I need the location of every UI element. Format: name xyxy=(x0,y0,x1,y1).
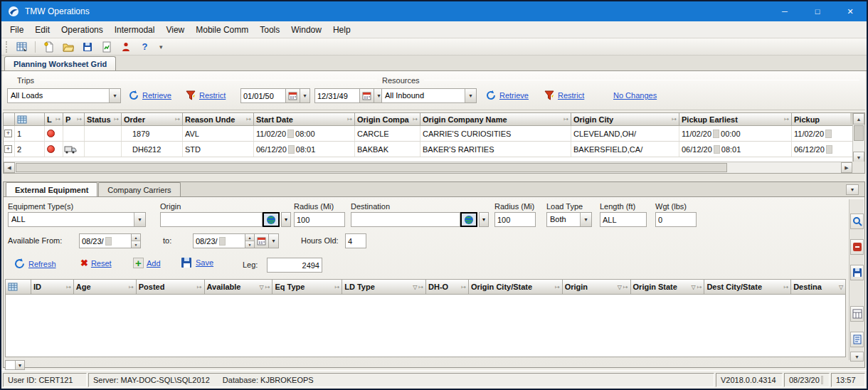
column-header-eq-type[interactable]: Eq Type↦ xyxy=(272,280,342,294)
dock-search-button[interactable] xyxy=(850,214,864,229)
column-header-origin-city-state[interactable]: Origin City/State↦ xyxy=(469,280,563,294)
chevron-down-icon[interactable]: ▾ xyxy=(109,89,120,102)
radius-origin-input[interactable] xyxy=(294,212,345,227)
spin-down-icon[interactable]: ▼ xyxy=(245,241,254,248)
column-header-available[interactable]: Available▽↦ xyxy=(205,280,273,294)
pin-icon[interactable]: ↦ xyxy=(197,284,202,290)
cell-origin-company[interactable]: CARCLE xyxy=(355,126,420,141)
cell-reason[interactable]: STD xyxy=(183,142,254,157)
pin-icon[interactable]: ↦ xyxy=(265,284,270,290)
menu-window[interactable]: Window xyxy=(285,22,327,38)
date-spinner[interactable]: ▲▼ xyxy=(245,233,255,248)
pin-icon[interactable]: ↦ xyxy=(784,116,789,122)
destination-dropdown-button[interactable]: ▾ xyxy=(479,212,489,227)
chevron-down-icon[interactable]: ▾ xyxy=(15,361,24,369)
maximize-button[interactable]: □ xyxy=(801,1,834,21)
column-header-posted[interactable]: Posted↦ xyxy=(137,280,205,294)
column-header-reason[interactable]: Reason Unde↦ xyxy=(183,113,254,125)
column-header-l[interactable]: L↦ xyxy=(45,113,63,125)
menu-edit[interactable]: Edit xyxy=(29,22,55,38)
pin-icon[interactable]: ↦ xyxy=(55,116,60,122)
pin-icon[interactable]: ↦ xyxy=(623,284,628,290)
open-button[interactable] xyxy=(60,39,75,54)
trip-grid-vscrollbar[interactable]: ▲ ▼ xyxy=(852,113,864,163)
filter-funnel-icon[interactable]: ▽ xyxy=(839,284,843,290)
column-header-dest-city-state[interactable]: Dest City/State↦ xyxy=(704,280,791,294)
cell-start-date[interactable]: 11/02/2008:00 xyxy=(254,126,355,141)
equipment-type-combo[interactable]: ALL ▾ xyxy=(8,212,146,227)
available-to-field[interactable]: 08/23/ ▲▼ ▾ xyxy=(193,233,279,248)
tab-external-equipment[interactable]: External Equipment xyxy=(6,182,97,196)
filter-funnel-icon[interactable]: ▽ xyxy=(618,284,622,290)
column-header-destination[interactable]: Destina▽ xyxy=(791,280,845,294)
column-header-status[interactable]: Status↦ xyxy=(85,113,122,125)
load-type-combo[interactable]: Both ▾ xyxy=(546,212,592,227)
cell-p[interactable] xyxy=(63,126,85,141)
column-header-origin-state[interactable]: Origin State▽↦ xyxy=(631,280,705,294)
destination-input[interactable] xyxy=(351,212,460,227)
column-header-origin-company[interactable]: Origin Compa↦ xyxy=(355,113,420,125)
cell-pickup-earliest[interactable]: 11/02/2000:00 xyxy=(679,126,792,141)
pin-icon[interactable]: ↦ xyxy=(418,284,423,290)
column-header-pickup[interactable]: Pickup xyxy=(792,113,850,125)
add-button[interactable]: + Add xyxy=(133,258,161,268)
minimize-button[interactable]: ─ xyxy=(768,1,801,21)
origin-input[interactable] xyxy=(160,212,263,227)
dock-document-button[interactable] xyxy=(850,332,864,347)
cell-row-number[interactable]: 2 xyxy=(15,142,45,157)
cell-origin-city[interactable]: CLEVELAND,OH/ xyxy=(571,126,679,141)
cell-origin-company[interactable]: BAKBAK xyxy=(355,142,420,157)
trip-grid-hscrollbar[interactable]: ◀ ▶ xyxy=(4,162,852,173)
expand-icon[interactable]: + xyxy=(4,130,12,137)
expand-icon[interactable]: + xyxy=(4,145,12,153)
column-header-p[interactable]: P↦ xyxy=(63,113,85,125)
scroll-left-button[interactable]: ◀ xyxy=(4,162,15,173)
hscroll-thumb[interactable] xyxy=(16,163,727,172)
menu-operations[interactable]: Operations xyxy=(55,22,109,38)
menu-intermodal[interactable]: Intermodal xyxy=(109,22,161,38)
cell-order[interactable]: DH6212 xyxy=(122,142,183,157)
calendar-button[interactable] xyxy=(255,233,269,248)
pin-icon[interactable]: ↦ xyxy=(783,284,788,290)
equipment-grid-body[interactable] xyxy=(5,295,846,357)
cell-late-status[interactable] xyxy=(45,142,63,157)
cell-pickup-earliest[interactable]: 06/12/2008:01 xyxy=(679,142,792,157)
calendar-button[interactable] xyxy=(360,88,374,103)
pin-icon[interactable]: ↦ xyxy=(77,116,82,122)
spin-up-icon[interactable]: ▲ xyxy=(245,234,254,241)
chevron-down-icon[interactable]: ▾ xyxy=(269,233,279,248)
driver-button[interactable] xyxy=(118,39,133,54)
tab-planning-worksheet-grid[interactable]: Planning Worksheet Grid xyxy=(4,56,116,70)
calendar-button[interactable] xyxy=(286,88,300,103)
panel-splitter[interactable] xyxy=(1,174,867,181)
save-button[interactable]: Save xyxy=(180,256,213,269)
column-header-pickup-earliest[interactable]: Pickup Earliest↦ xyxy=(679,113,792,125)
menu-mobile-comm[interactable]: Mobile Comm xyxy=(190,22,254,38)
pin-icon[interactable]: ↦ xyxy=(555,284,560,290)
trips-filter-combo[interactable]: All Loads ▾ xyxy=(7,88,121,103)
leg-input[interactable] xyxy=(267,258,322,273)
cell-pickup[interactable]: 11/02/20 xyxy=(792,126,850,141)
report-button[interactable] xyxy=(99,39,114,54)
pin-icon[interactable]: ↦ xyxy=(175,116,180,122)
column-header-dh-o[interactable]: DH-O↦ xyxy=(426,280,469,294)
tab-company-carriers[interactable]: Company Carriers xyxy=(98,182,180,196)
trips-date-from-value[interactable]: 01/01/50 xyxy=(240,88,286,103)
destination-globe-button[interactable] xyxy=(460,212,477,227)
column-header-order[interactable]: Order↦ xyxy=(122,113,183,125)
panel-menu-button[interactable]: ▾ xyxy=(846,184,859,195)
reset-button[interactable]: ✖ Reset xyxy=(80,258,112,268)
cell-status[interactable] xyxy=(85,126,122,141)
pin-icon[interactable]: ↦ xyxy=(697,284,702,290)
cell-origin-company-name[interactable]: BAKER'S RARITIES xyxy=(420,142,571,157)
spin-up-icon[interactable]: ▲ xyxy=(132,234,140,241)
trip-row-1[interactable]: + 1 1879 AVL 11/02/2008:00 CARCLE CARRIE… xyxy=(4,126,852,142)
no-changes-link[interactable]: No Changes xyxy=(613,91,657,100)
menu-view[interactable]: View xyxy=(160,22,190,38)
save-button[interactable] xyxy=(80,39,95,54)
menu-help[interactable]: Help xyxy=(327,22,356,38)
record-navigator-combo[interactable]: ▾ xyxy=(5,360,25,370)
column-header-row-selector[interactable] xyxy=(15,113,45,125)
trips-date-to-field[interactable]: 12/31/49 ▾ xyxy=(314,88,384,103)
dock-alert-button[interactable] xyxy=(850,239,864,255)
